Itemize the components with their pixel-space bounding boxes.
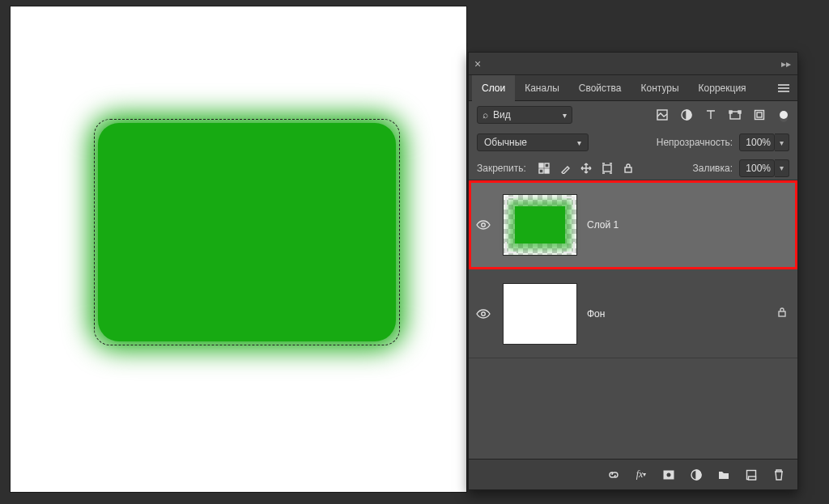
- link-layers-icon[interactable]: [605, 467, 623, 483]
- svg-point-17: [666, 472, 671, 476]
- new-adjustment-icon[interactable]: [687, 467, 705, 483]
- filter-adjust-icon[interactable]: [678, 107, 695, 123]
- layer-row[interactable]: Фон: [469, 269, 797, 358]
- fill-stepper[interactable]: ▾: [775, 159, 789, 177]
- fill-input[interactable]: 100%: [739, 159, 775, 177]
- chevron-down-icon: ▾: [563, 111, 567, 120]
- tab-paths[interactable]: Контуры: [631, 75, 688, 101]
- filter-shape-icon[interactable]: [726, 107, 744, 123]
- visibility-eye-icon[interactable]: [474, 218, 493, 232]
- document-canvas[interactable]: [11, 6, 466, 492]
- chevron-down-icon: ▾: [577, 138, 581, 147]
- svg-rect-9: [539, 169, 543, 173]
- lock-artboard-icon[interactable]: [599, 161, 615, 176]
- layer-thumbnail[interactable]: [503, 194, 577, 256]
- filter-type-icon[interactable]: [702, 107, 720, 123]
- layer-style-icon[interactable]: fx▾: [632, 467, 650, 483]
- close-icon[interactable]: ×: [469, 58, 487, 70]
- filter-row: ⌕ Вид ▾: [469, 101, 797, 129]
- lock-all-icon[interactable]: [620, 161, 636, 176]
- delete-layer-icon[interactable]: [770, 467, 788, 483]
- svg-rect-8: [545, 169, 549, 173]
- fill-label: Заливка:: [692, 163, 733, 174]
- svg-point-13: [482, 222, 486, 227]
- lock-pixels-icon[interactable]: [557, 161, 573, 176]
- new-group-icon[interactable]: [715, 467, 733, 483]
- collapse-icon[interactable]: ▸▸: [775, 58, 797, 70]
- layer-name[interactable]: Фон: [587, 308, 605, 320]
- svg-rect-5: [755, 111, 764, 120]
- panel-header: × ▸▸: [469, 53, 797, 75]
- panel-menu-icon[interactable]: [775, 82, 793, 95]
- opacity-label: Непрозрачность:: [657, 137, 733, 148]
- tab-properties[interactable]: Свойства: [569, 75, 631, 101]
- filter-smart-icon[interactable]: [750, 107, 768, 123]
- lock-position-icon[interactable]: [578, 161, 594, 176]
- filter-pixel-icon[interactable]: [653, 107, 671, 123]
- svg-rect-10: [545, 163, 549, 167]
- layer-list: Слой 1 Фон: [469, 180, 797, 459]
- filter-toggle[interactable]: [780, 111, 788, 119]
- add-mask-icon[interactable]: [660, 467, 678, 483]
- layer-filter-dropdown[interactable]: ⌕ Вид ▾: [477, 106, 572, 124]
- filter-label: Вид: [493, 109, 511, 121]
- blend-row: Обычные ▾ Непрозрачность: 100% ▾: [469, 129, 797, 156]
- lock-label: Закрепить:: [477, 163, 526, 174]
- lock-transparency-icon[interactable]: [536, 161, 552, 176]
- layers-panel: × ▸▸ Слои Каналы Свойства Контуры Коррек…: [468, 52, 798, 490]
- selection-marquee: [94, 119, 400, 345]
- search-icon: ⌕: [483, 109, 488, 121]
- panel-footer: fx▾: [469, 459, 797, 489]
- new-layer-icon[interactable]: [742, 467, 760, 483]
- svg-point-14: [482, 311, 486, 316]
- svg-rect-6: [757, 112, 762, 117]
- panel-tabs: Слои Каналы Свойства Контуры Коррекция: [469, 75, 797, 101]
- layer-row[interactable]: Слой 1: [469, 180, 797, 269]
- svg-rect-12: [625, 167, 631, 172]
- svg-rect-7: [539, 163, 543, 167]
- opacity-input[interactable]: 100%: [739, 133, 775, 151]
- blend-mode-value: Обычные: [484, 137, 527, 148]
- svg-rect-11: [603, 165, 611, 172]
- layer-thumbnail[interactable]: [503, 283, 577, 345]
- tab-layers[interactable]: Слои: [472, 75, 515, 101]
- lock-row: Закрепить: Заливка: 100% ▾: [469, 156, 797, 180]
- layer-name[interactable]: Слой 1: [587, 219, 619, 231]
- visibility-eye-icon[interactable]: [474, 307, 493, 321]
- svg-rect-15: [779, 311, 785, 316]
- tab-adjust[interactable]: Коррекция: [689, 75, 756, 101]
- blend-mode-dropdown[interactable]: Обычные ▾: [477, 133, 589, 151]
- tab-channels[interactable]: Каналы: [515, 75, 569, 101]
- opacity-stepper[interactable]: ▾: [775, 133, 789, 151]
- svg-rect-20: [749, 476, 756, 480]
- lock-icon[interactable]: [776, 307, 788, 320]
